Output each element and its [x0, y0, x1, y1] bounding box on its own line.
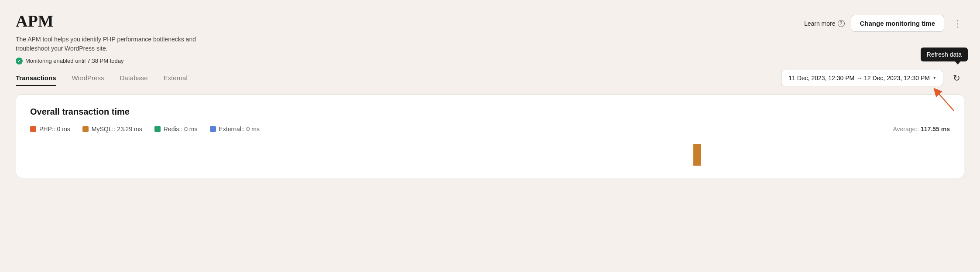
help-icon: ?: [838, 20, 845, 27]
status-check-icon: [16, 58, 23, 65]
average-value: 117.55 ms: [921, 126, 950, 133]
refresh-tooltip: Refresh data: [921, 48, 968, 61]
refresh-area: Refresh data ↻: [949, 70, 964, 86]
php-color-dot: [30, 126, 36, 132]
chevron-down-icon: ▾: [933, 75, 936, 81]
tabs-nav: Transactions WordPress Database External: [16, 70, 195, 86]
legend-item-external: External:: 0 ms: [210, 126, 260, 133]
app-description: The APM tool helps you identify PHP perf…: [16, 35, 208, 53]
monitoring-status: Monitoring enabled until 7:38 PM today: [16, 58, 208, 65]
external-color-dot: [210, 126, 216, 132]
app-title: APM: [16, 12, 208, 31]
tab-database[interactable]: Database: [112, 70, 155, 86]
legend-item-redis: Redis:: 0 ms: [154, 126, 198, 133]
date-range-selector[interactable]: 11 Dec, 2023, 12:30 PM → 12 Dec, 2023, 1…: [781, 70, 943, 86]
card-title: Overall transaction time: [30, 107, 950, 117]
refresh-button[interactable]: ↻: [949, 70, 964, 86]
learn-more-link[interactable]: Learn more ?: [804, 20, 845, 27]
legend-item-php: PHP:: 0 ms: [30, 126, 70, 133]
main-card: Overall transaction time PHP:: 0 ms MySQ…: [16, 94, 964, 178]
header-actions: Learn more ? Change monitoring time ⋮: [804, 12, 964, 32]
change-monitoring-button[interactable]: Change monitoring time: [851, 15, 945, 32]
more-options-button[interactable]: ⋮: [950, 17, 964, 31]
average-label: Average:: 117.55 ms: [893, 126, 950, 133]
chart-area: [30, 139, 950, 166]
tab-wordpress[interactable]: WordPress: [64, 70, 112, 86]
tab-external[interactable]: External: [156, 70, 195, 86]
redis-color-dot: [154, 126, 161, 132]
tab-transactions[interactable]: Transactions: [16, 70, 64, 86]
mysql-color-dot: [82, 126, 89, 132]
chart-bar: [693, 144, 701, 166]
legend-item-mysql: MySQL:: 23.29 ms: [82, 126, 142, 133]
legend-row: PHP:: 0 ms MySQL:: 23.29 ms Redis:: 0 ms…: [30, 126, 950, 133]
